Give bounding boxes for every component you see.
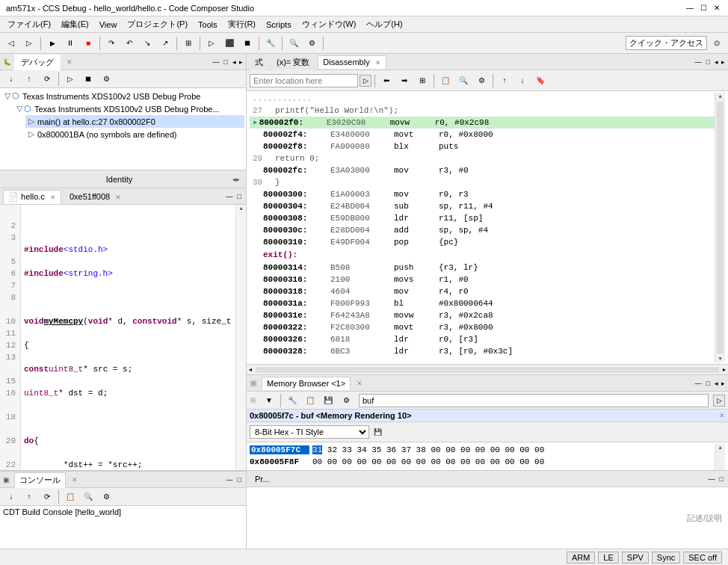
debug-tab-close[interactable]: ✕ xyxy=(67,58,73,66)
tab-expr[interactable]: 式 xyxy=(250,55,268,70)
disasm-scroll-left[interactable]: ◂ xyxy=(247,366,254,373)
status-arm[interactable]: ARM xyxy=(567,552,595,564)
mem-btn1[interactable]: ▼ xyxy=(261,392,277,409)
console-tab[interactable]: コンソール xyxy=(14,472,66,488)
code-tab-hex-close[interactable]: ✕ xyxy=(115,194,121,201)
toolbar-btn-16[interactable]: ⚙ xyxy=(303,35,320,52)
mem-address-input[interactable] xyxy=(359,394,709,407)
mem-go-btn[interactable]: ▷ xyxy=(713,395,725,407)
debug-minimize[interactable]: — xyxy=(213,58,220,66)
mem-tab[interactable]: Memory Browser <1> xyxy=(262,377,351,390)
toolbar-btn-5[interactable]: ■ xyxy=(80,35,96,52)
toolbar-btn-8[interactable]: ↘ xyxy=(139,35,155,52)
disasm-btn5[interactable]: 🔍 xyxy=(455,72,472,89)
toolbar-btn-9[interactable]: ↗ xyxy=(157,35,173,52)
mem-btn2[interactable]: 🔧 xyxy=(284,392,300,409)
disasm-nav-left[interactable]: ◂ xyxy=(715,58,718,66)
console-minimize[interactable]: — xyxy=(226,476,233,484)
toolbar-btn-13[interactable]: ⏹ xyxy=(239,35,256,52)
code-maximize[interactable]: □ xyxy=(238,193,241,200)
code-tab-hello[interactable]: 📄 hello.c ✕ xyxy=(3,190,61,204)
mem-nav-left[interactable]: ◂ xyxy=(715,380,718,387)
status-sync[interactable]: Sync xyxy=(652,552,680,564)
minimize-button[interactable]: — xyxy=(685,3,695,13)
disasm-go-btn[interactable]: ▷ xyxy=(360,75,371,87)
disasm-tab-close[interactable]: ✕ xyxy=(375,59,381,67)
status-le[interactable]: LE xyxy=(598,552,618,564)
debug-toolbar-btn1[interactable]: ↓ xyxy=(3,71,19,87)
mem-maximize[interactable]: □ xyxy=(706,380,710,387)
tab-vars[interactable]: (x)= 変数 xyxy=(271,55,315,70)
toolbar-btn-17[interactable]: ⊙ xyxy=(709,35,725,52)
disasm-btn1[interactable]: ⬅ xyxy=(378,72,395,89)
debug-toolbar-btn4[interactable]: ▷ xyxy=(62,71,78,87)
console-btn6[interactable]: ⚙ xyxy=(98,489,114,505)
console-btn5[interactable]: 🔍 xyxy=(80,489,96,505)
disasm-hscroll[interactable]: ◂ ▸ xyxy=(247,364,728,374)
console-btn2[interactable]: ↑ xyxy=(21,489,37,505)
menu-item-w[interactable]: ウィンドウ(W) xyxy=(297,17,361,31)
code-tab-hello-close[interactable]: ✕ xyxy=(50,194,56,201)
toolbar-btn-2[interactable]: ▷ xyxy=(21,35,37,52)
toolbar-btn-7[interactable]: ↶ xyxy=(121,35,138,52)
location-input[interactable] xyxy=(250,74,358,87)
disasm-btn7[interactable]: ↑ xyxy=(496,72,513,89)
console-btn1[interactable]: ↓ xyxy=(3,489,19,505)
menu-item-e[interactable]: 編集(E) xyxy=(57,17,93,31)
toolbar-btn-3[interactable]: ▶ xyxy=(44,35,61,52)
expand-icon-2[interactable]: ▽ xyxy=(16,104,22,114)
menu-item-f[interactable]: ファイル(F) xyxy=(3,17,55,31)
mem-btn5[interactable]: ⚙ xyxy=(338,392,354,409)
debug-tab[interactable]: デバッグ xyxy=(14,55,61,70)
quickaccess-input[interactable]: クイック・アクセス xyxy=(626,36,707,50)
mem-format-select[interactable]: 8-Bit Hex - TI Style xyxy=(250,425,369,439)
disasm-btn9[interactable]: 🔖 xyxy=(532,72,549,89)
toolbar-btn-1[interactable]: ◁ xyxy=(3,35,19,52)
status-sec[interactable]: SEC off xyxy=(683,552,722,564)
toolbar-btn-14[interactable]: 🔧 xyxy=(262,35,279,52)
tab-disasm[interactable]: Disassembly ✕ xyxy=(318,55,386,69)
disasm-scroll-thumb[interactable] xyxy=(717,102,724,353)
pr-minimize[interactable]: — xyxy=(709,475,715,483)
toolbar-btn-4[interactable]: ⏸ xyxy=(62,35,78,52)
menu-item-scripts[interactable]: Scripts xyxy=(262,19,296,31)
pr-tab[interactable]: Pr... xyxy=(250,472,275,486)
toolbar-btn-15[interactable]: 🔍 xyxy=(286,35,302,52)
debug-device-1[interactable]: ▽ ⬡ Texas Instruments XDS100v2 USB Debug… xyxy=(1,90,244,102)
mem-nav-right[interactable]: ▸ xyxy=(721,380,725,387)
disasm-scroll-right[interactable]: ▸ xyxy=(721,366,728,373)
expand-icon-1[interactable]: ▽ xyxy=(4,91,10,101)
menu-item-r[interactable]: 実行(R) xyxy=(223,17,260,31)
menu-item-h[interactable]: ヘルプ(H) xyxy=(362,17,407,31)
menu-item-p[interactable]: プロジェクト(P) xyxy=(123,17,192,31)
debug-nav-right[interactable]: ▸ xyxy=(239,58,243,66)
debug-toolbar-btn3[interactable]: ⟳ xyxy=(39,71,55,87)
code-scroll-up[interactable]: ▲ xyxy=(239,205,242,212)
pr-maximize[interactable]: □ xyxy=(720,475,724,483)
toolbar-btn-12[interactable]: ⬛ xyxy=(221,35,238,52)
disasm-minimize[interactable]: — xyxy=(695,58,702,66)
code-tab-hex[interactable]: 0xe51ff008 ✕ xyxy=(64,190,126,203)
debug-toolbar-btn6[interactable]: ⚙ xyxy=(98,71,114,87)
debug-thread-other[interactable]: ▷ 0x800001BA (no symbols are defined) xyxy=(25,128,244,141)
mem-btn4[interactable]: 💾 xyxy=(320,392,336,409)
mem-tab-close[interactable]: ✕ xyxy=(357,380,363,387)
debug-nav-left[interactable]: ◂ xyxy=(232,58,236,66)
disasm-maximize[interactable]: □ xyxy=(706,58,710,66)
toolbar-btn-11[interactable]: ▷ xyxy=(203,35,220,52)
disasm-btn3[interactable]: ⊞ xyxy=(414,72,431,89)
disasm-btn4[interactable]: 📋 xyxy=(437,72,454,89)
mem-header-close[interactable]: ✕ xyxy=(719,412,725,419)
disasm-hscroll-track[interactable] xyxy=(256,367,719,373)
disasm-scroll-down[interactable]: ▼ xyxy=(715,355,725,362)
debug-toolbar-btn2[interactable]: ↑ xyxy=(21,71,37,87)
disasm-btn8[interactable]: ↓ xyxy=(514,72,531,89)
mem-minimize[interactable]: — xyxy=(695,380,702,387)
console-maximize[interactable]: □ xyxy=(238,476,241,484)
status-spv[interactable]: SPV xyxy=(622,552,649,564)
mem-format-btn[interactable]: 💾 xyxy=(369,424,386,440)
identity-arrow-right[interactable]: ▸ xyxy=(236,176,240,183)
mem-scroll-up[interactable]: ▲ xyxy=(715,444,725,451)
disasm-btn6[interactable]: ⚙ xyxy=(473,72,490,89)
debug-thread-main[interactable]: ▷ main() at hello.c:27 0x800002F0 xyxy=(25,115,244,128)
